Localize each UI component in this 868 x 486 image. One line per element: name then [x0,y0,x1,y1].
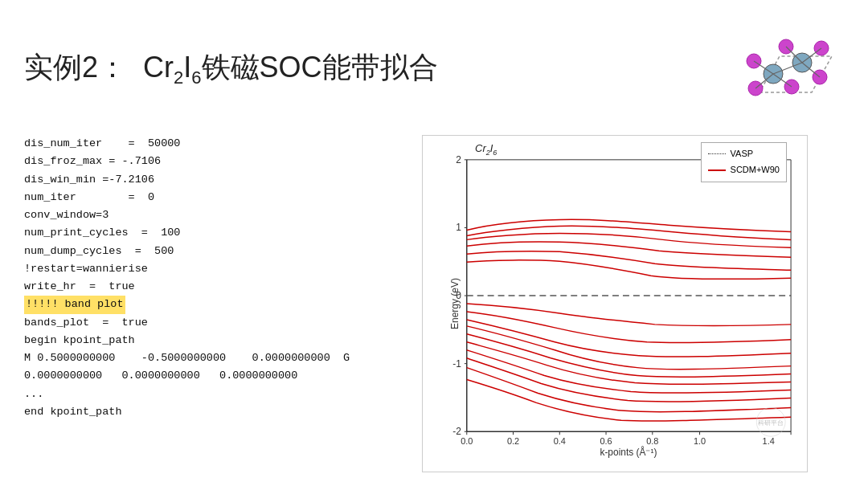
svg-text:0.8: 0.8 [646,436,658,446]
code-line-6: num_print_cycles = 100 [24,224,362,242]
content-row: dis_num_iter = 50000 dis_froz_max = -.71… [24,135,844,472]
band-plot-chart: Energy (eV) Cr2I6 VASP SCDM+W90 [422,135,808,472]
svg-text:1.4: 1.4 [763,436,775,446]
svg-text:0.4: 0.4 [554,436,566,446]
legend-scdm: SCDM+W90 [708,162,780,178]
band-plot-svg: 2 1 0 -1 -2 0.0 0.2 0.4 [423,136,807,472]
y-axis-label: Energy (eV) [449,278,461,329]
scdm-label: SCDM+W90 [731,162,780,178]
code-line-4: num_iter = 0 [24,189,362,206]
chart-legend: VASP SCDM+W90 [701,142,787,182]
vasp-label: VASP [731,146,754,162]
vasp-line-style [708,153,726,155]
svg-text:0.6: 0.6 [600,436,612,446]
code-panel: dis_num_iter = 50000 dis_froz_max = -.71… [24,135,362,472]
page-title: 实例2： Cr2I6铁磁SOC能带拟合 [24,48,438,88]
code-line-12: begin kpoint_path [24,332,362,349]
chart-panel: Energy (eV) Cr2I6 VASP SCDM+W90 [386,135,844,472]
svg-text:k-points (Å⁻¹): k-points (Å⁻¹) [600,446,657,458]
svg-text:-2: -2 [452,426,461,437]
svg-text:科研平台: 科研平台 [758,419,784,427]
code-line-1: dis_num_iter = 50000 [24,135,362,153]
molecule-diagram [715,16,844,120]
svg-text:1: 1 [456,222,461,233]
code-line-16: end kpoint_path [24,403,362,421]
code-line-7: num_dump_cycles = 500 [24,243,362,260]
code-line-13: M 0.5000000000 -0.5000000000 0.000000000… [24,349,362,367]
code-line-14: 0.0000000000 0.0000000000 0.0000000000 [24,367,362,385]
code-line-9: write_hr = true [24,278,362,296]
svg-text:0.2: 0.2 [507,436,519,446]
scdm-line-style [708,169,726,171]
code-line-11: bands_plot = true [24,314,362,332]
svg-text:0.0: 0.0 [461,436,473,446]
svg-text:1.0: 1.0 [694,436,706,446]
code-line-2: dis_froz_max = -.7106 [24,153,362,170]
svg-text:2: 2 [456,154,461,165]
code-line-10: !!!!! band plot [24,296,125,313]
page-container: 实例2： Cr2I6铁磁SOC能带拟合 [0,0,868,486]
code-line-8: !restart=wannierise [24,260,362,278]
legend-vasp: VASP [708,146,780,162]
code-line-15: ... [24,386,362,403]
svg-text:-1: -1 [452,358,461,370]
title-row: 实例2： Cr2I6铁磁SOC能带拟合 [24,16,844,120]
code-line-3: dis_win_min =-7.2106 [24,171,362,189]
code-line-5: conv_window=3 [24,206,362,224]
chart-formula-label: Cr2I6 [475,142,497,157]
